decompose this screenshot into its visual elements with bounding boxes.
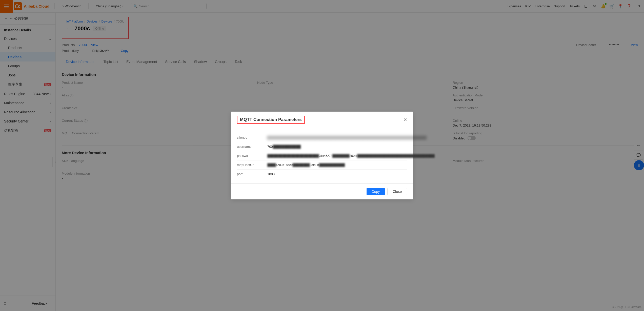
modal-body: clientId ███████████████████████████████…: [231, 128, 413, 183]
modal-footer: Copy Close: [231, 183, 413, 199]
passwd-label: passwd: [237, 154, 267, 158]
modal-header: MQTT Connection Parameters ✕: [231, 112, 413, 128]
modal-row-passwd: passwd ████████████████████████31c45273█…: [237, 151, 407, 160]
modal-close-button[interactable]: ✕: [403, 117, 407, 122]
passwd-value: ████████████████████████31c45273████████…: [267, 154, 435, 158]
username-value: 700████████████: [267, 145, 407, 149]
port-value: 1883: [267, 172, 407, 176]
modal-copy-button[interactable]: Copy: [367, 188, 385, 195]
mqtthosturl-value: ████6z00a18ae9████████.iothub███████████…: [267, 163, 407, 167]
modal-row-clientid: clientId ███████████████████████████████…: [237, 133, 407, 142]
port-label: port: [237, 172, 267, 176]
modal-title: MQTT Connection Parameters: [237, 116, 305, 124]
modal-row-port: port 1883: [237, 170, 407, 178]
mqtt-modal: MQTT Connection Parameters ✕ clientId ██…: [231, 112, 413, 199]
mqtthosturl-label: mqttHostUrl: [237, 163, 267, 167]
username-label: username: [237, 145, 267, 149]
modal-close-btn[interactable]: Close: [387, 188, 407, 195]
modal-row-username: username 700████████████: [237, 142, 407, 151]
clientid-value: ████████████████████████████████████████…: [267, 136, 427, 139]
clientid-label: clientId: [237, 136, 267, 139]
modal-overlay[interactable]: MQTT Connection Parameters ✕ clientId ██…: [0, 0, 644, 311]
modal-row-mqtthosturl: mqttHostUrl ████6z00a18ae9████████.iothu…: [237, 160, 407, 170]
